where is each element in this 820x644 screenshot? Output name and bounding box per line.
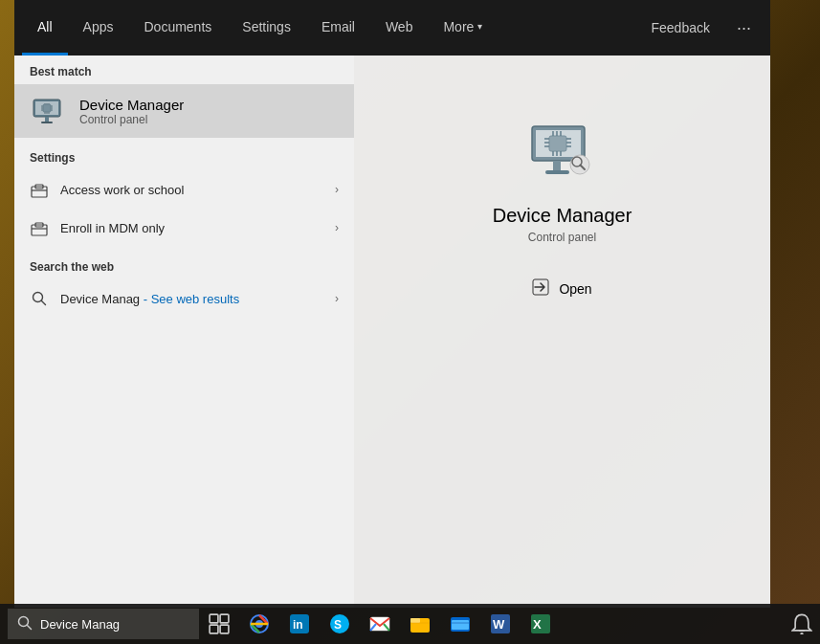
- svg-rect-62: [452, 620, 469, 630]
- web-search-section: Search the web Device Manag - See web re…: [14, 247, 354, 318]
- svg-rect-4: [43, 104, 51, 112]
- content-area: Best match: [14, 56, 770, 608]
- settings-section: Settings Access work or school ›: [14, 138, 354, 247]
- windows-explorer-icon[interactable]: [440, 604, 480, 644]
- gmail-icon[interactable]: [360, 604, 400, 644]
- right-panel: Device Manager Control panel Open: [354, 56, 770, 608]
- nav-tab-apps[interactable]: Apps: [68, 0, 129, 56]
- svg-point-23: [33, 293, 43, 302]
- word-icon[interactable]: W: [480, 604, 521, 644]
- svg-rect-29: [549, 136, 566, 151]
- nav-tab-email[interactable]: Email: [306, 0, 370, 56]
- start-menu: All Apps Documents Settings Email Web Mo…: [14, 0, 770, 608]
- svg-line-24: [42, 301, 46, 305]
- right-panel-title: Device Manager: [493, 205, 632, 227]
- nav-tab-web[interactable]: Web: [370, 0, 429, 56]
- best-match-text: Device Manager Control panel: [79, 97, 184, 126]
- svg-text:W: W: [493, 617, 505, 632]
- svg-rect-28: [545, 170, 569, 174]
- more-options-button[interactable]: ···: [725, 0, 763, 56]
- chevron-right-icon-3: ›: [335, 292, 339, 305]
- feedback-button[interactable]: Feedback: [636, 0, 725, 56]
- file-explorer-icon[interactable]: [400, 604, 440, 644]
- svg-text:S: S: [334, 618, 342, 632]
- svg-rect-27: [553, 161, 561, 170]
- cortana-circle: [521, 604, 561, 644]
- web-search-header: Search the web: [14, 251, 354, 279]
- taskbar: in S: [0, 604, 820, 644]
- settings-section-header: Settings: [14, 142, 354, 170]
- svg-rect-2: [45, 117, 49, 122]
- best-match-item[interactable]: Device Manager Control panel: [14, 84, 354, 138]
- nav-bar: All Apps Documents Settings Email Web Mo…: [14, 0, 770, 56]
- chrome-icon[interactable]: [239, 604, 279, 644]
- svg-line-47: [28, 625, 32, 629]
- taskbar-search-box[interactable]: [8, 609, 199, 639]
- right-panel-subtitle: Control panel: [528, 231, 596, 244]
- left-panel: Best match: [14, 56, 354, 608]
- settings-item-enroll-mdm[interactable]: Enroll in MDM only ›: [14, 209, 354, 247]
- svg-rect-60: [410, 618, 420, 623]
- open-button[interactable]: Open: [521, 273, 603, 305]
- notifications-icon[interactable]: [787, 604, 816, 644]
- taskbar-search-icon: [17, 615, 33, 633]
- best-match-header: Best match: [14, 56, 354, 84]
- open-icon: [532, 278, 549, 300]
- web-search-label: Device Manag - See web results: [60, 292, 323, 306]
- nav-tab-documents[interactable]: Documents: [128, 0, 227, 56]
- svg-rect-51: [220, 625, 229, 633]
- mdm-icon: [30, 218, 49, 237]
- taskbar-search-input[interactable]: [40, 617, 184, 632]
- svg-rect-48: [210, 614, 218, 623]
- svg-text:in: in: [293, 618, 303, 632]
- open-label: Open: [559, 281, 591, 297]
- settings-item-access-work[interactable]: Access work or school ›: [14, 170, 354, 209]
- linkedin-icon[interactable]: in: [279, 604, 320, 644]
- svg-rect-3: [41, 122, 53, 123]
- task-view-button[interactable]: [199, 604, 239, 644]
- right-panel-device-manager-icon: [524, 113, 601, 189]
- skype-icon[interactable]: S: [320, 604, 360, 644]
- system-tray: [787, 604, 820, 644]
- svg-rect-50: [210, 625, 218, 633]
- chevron-down-icon: ▾: [477, 21, 482, 32]
- search-icon: [30, 289, 49, 308]
- nav-tab-all[interactable]: All: [22, 0, 68, 56]
- device-manager-icon: [30, 92, 68, 130]
- web-search-item[interactable]: Device Manag - See web results ›: [14, 279, 354, 318]
- briefcase-icon: [30, 180, 49, 199]
- svg-rect-49: [220, 614, 229, 623]
- nav-tab-settings[interactable]: Settings: [227, 0, 306, 56]
- chevron-right-icon-2: ›: [335, 221, 339, 234]
- chevron-right-icon: ›: [335, 183, 339, 196]
- nav-tab-more[interactable]: More ▾: [428, 0, 498, 56]
